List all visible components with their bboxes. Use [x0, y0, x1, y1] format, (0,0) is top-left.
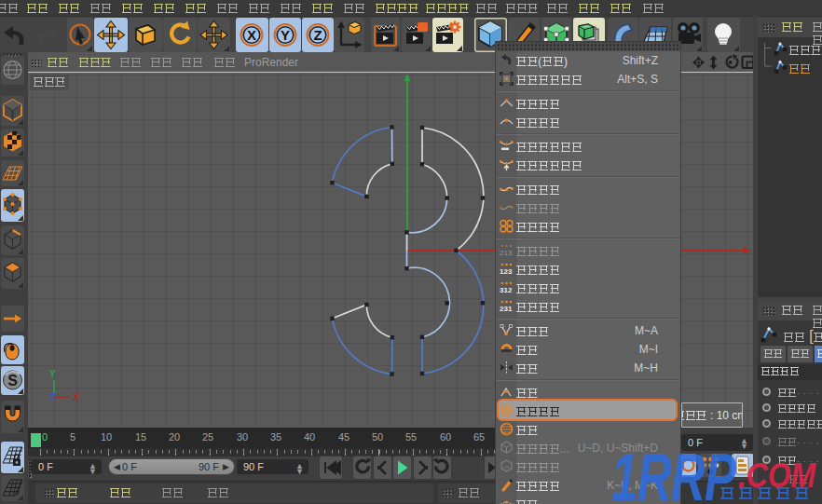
- svg-text:Y: Y: [49, 369, 56, 379]
- svg-text:312: 312: [500, 286, 513, 294]
- svg-text:213: 213: [500, 249, 513, 257]
- svg-text:123: 123: [500, 267, 513, 276]
- svg-text:S: S: [7, 373, 18, 388]
- svg-text:X: X: [74, 392, 80, 402]
- svg-text:Z: Z: [313, 27, 322, 43]
- svg-text:231: 231: [500, 305, 513, 313]
- svg-text:X: X: [247, 27, 256, 43]
- svg-text:Y: Y: [280, 27, 289, 43]
- svg-text:Z: Z: [50, 392, 56, 402]
